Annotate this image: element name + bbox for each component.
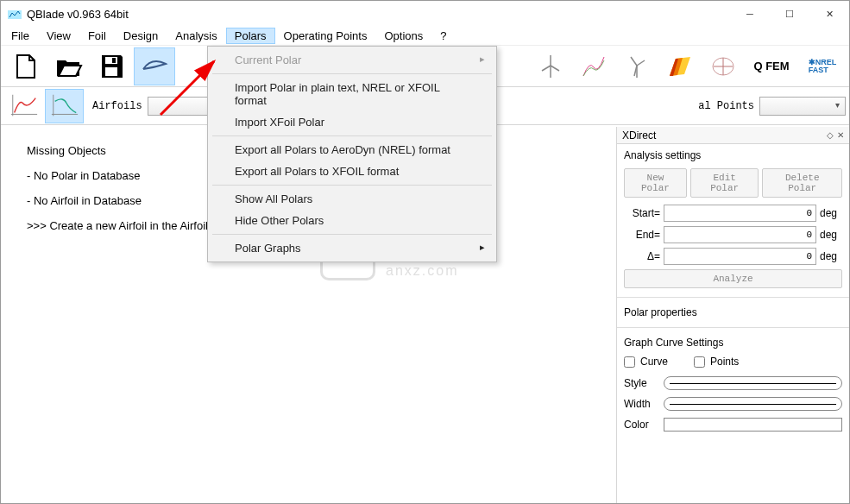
style-selector[interactable] <box>664 376 842 390</box>
points-combo[interactable] <box>759 97 846 116</box>
menu-design[interactable]: Design <box>115 28 167 44</box>
save-button[interactable] <box>91 47 132 85</box>
titlebar: QBlade v0.963 64bit ─ ☐ ✕ <box>1 1 849 27</box>
graph-icon[interactable] <box>573 47 614 85</box>
menu-import-xfoil-polar[interactable]: Import XFoil Polar <box>211 111 494 133</box>
airfoils-label: Airfoils <box>92 100 142 112</box>
window-title: QBlade v0.963 64bit <box>27 8 129 21</box>
end-input[interactable] <box>664 226 816 243</box>
dock-title-text: XDirect <box>622 129 656 142</box>
start-input[interactable] <box>664 205 816 222</box>
menu-file[interactable]: File <box>3 28 38 44</box>
points-label-partial: al Points <box>698 100 754 112</box>
menu-separator <box>212 135 492 136</box>
end-label: End= <box>624 229 660 241</box>
new-polar-button[interactable]: New Polar <box>624 168 687 198</box>
menu-current-polar: Current Polar <box>211 49 494 71</box>
analyze-button[interactable]: Analyze <box>624 269 842 288</box>
svg-line-6 <box>542 66 551 71</box>
minimize-button[interactable]: ─ <box>730 1 770 27</box>
polar-properties-label: Polar properties <box>624 306 842 318</box>
start-unit: deg <box>820 207 842 219</box>
close-button[interactable]: ✕ <box>809 1 849 27</box>
menu-import-polar-text[interactable]: Import Polar in plain text, NREL or XFOI… <box>211 77 494 111</box>
svg-rect-0 <box>8 10 22 19</box>
dock-float-icon[interactable]: ◇ <box>827 130 834 140</box>
menu-analysis[interactable]: Analysis <box>167 28 225 44</box>
xdirect-panel: XDirect ◇ ✕ Analysis settings New Polar … <box>616 127 849 503</box>
nrel-fast-button[interactable]: ✱NRELFAST <box>799 47 846 85</box>
menu-show-all-polars[interactable]: Show All Polars <box>211 188 494 210</box>
svg-rect-2 <box>105 67 117 76</box>
menu-foil[interactable]: Foil <box>79 28 115 44</box>
airfoil-mode-button[interactable] <box>134 47 175 85</box>
menu-view[interactable]: View <box>38 28 79 44</box>
maximize-button[interactable]: ☐ <box>770 1 809 27</box>
menu-separator <box>212 73 492 74</box>
delete-polar-button[interactable]: Delete Polar <box>762 168 842 198</box>
color-selector[interactable] <box>664 418 842 432</box>
svg-rect-3 <box>112 58 116 63</box>
new-file-button[interactable] <box>4 47 46 85</box>
menu-polars[interactable]: Polars <box>226 28 275 44</box>
polars-dropdown: Current Polar Import Polar in plain text… <box>207 46 497 262</box>
polar-graph-2-button[interactable] <box>45 89 84 123</box>
svg-line-9 <box>631 57 637 66</box>
heatmap-icon[interactable] <box>659 47 701 85</box>
width-selector[interactable] <box>664 397 842 411</box>
menu-export-xfoil[interactable]: Export all Polars to XFOIL format <box>211 161 494 182</box>
svg-line-7 <box>551 66 559 71</box>
delta-input[interactable] <box>664 248 816 265</box>
curve-checkbox[interactable]: Curve <box>624 356 668 368</box>
edit-polar-button[interactable]: Edit Polar <box>690 168 759 198</box>
dock-close-icon[interactable]: ✕ <box>837 130 844 140</box>
delta-unit: deg <box>820 250 842 262</box>
menubar: File View Foil Design Analysis Polars Op… <box>1 27 849 46</box>
open-file-button[interactable] <box>47 47 89 85</box>
turbine-icon-2[interactable] <box>616 47 658 85</box>
menu-help[interactable]: ? <box>431 28 455 44</box>
menu-export-aerodyn[interactable]: Export all Polars to AeroDyn (NREL) form… <box>211 139 494 161</box>
qfem-button[interactable]: Q FEM <box>746 47 797 85</box>
menu-polar-graphs[interactable]: Polar Graphs <box>211 237 494 259</box>
delta-label: Δ= <box>624 250 660 262</box>
svg-line-10 <box>637 60 645 66</box>
points-checkbox[interactable]: Points <box>694 356 739 368</box>
start-label: Start= <box>624 207 660 219</box>
style-label: Style <box>624 377 657 389</box>
menu-hide-other-polars[interactable]: Hide Other Polars <box>211 210 494 231</box>
width-label: Width <box>624 398 657 410</box>
menu-options[interactable]: Options <box>375 28 431 44</box>
polar-graph-1-button[interactable] <box>4 89 43 123</box>
turbine-icon-1[interactable] <box>530 47 571 85</box>
app-icon <box>8 7 22 21</box>
rotor-icon[interactable] <box>702 47 744 85</box>
menu-separator <box>212 185 492 186</box>
graph-curve-settings-label: Graph Curve Settings <box>624 337 842 349</box>
menu-operating-points[interactable]: Operating Points <box>275 28 376 44</box>
color-label: Color <box>624 419 657 431</box>
menu-separator <box>212 234 492 235</box>
analysis-settings-label: Analysis settings <box>624 149 842 161</box>
end-unit: deg <box>820 229 842 241</box>
